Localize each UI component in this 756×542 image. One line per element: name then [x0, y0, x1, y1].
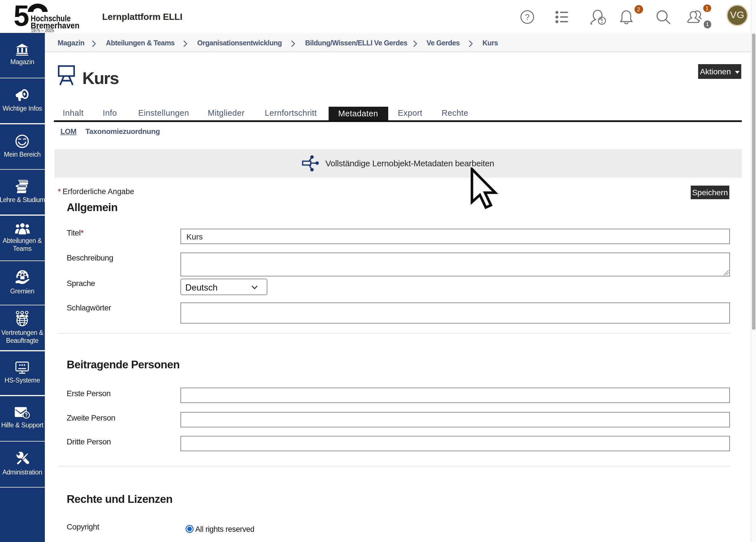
svg-text:?: ?	[525, 12, 530, 22]
svg-text:1975 – 2025: 1975 – 2025	[31, 28, 54, 33]
svg-text:5: 5	[14, 3, 29, 32]
svg-text:?: ?	[25, 413, 28, 418]
